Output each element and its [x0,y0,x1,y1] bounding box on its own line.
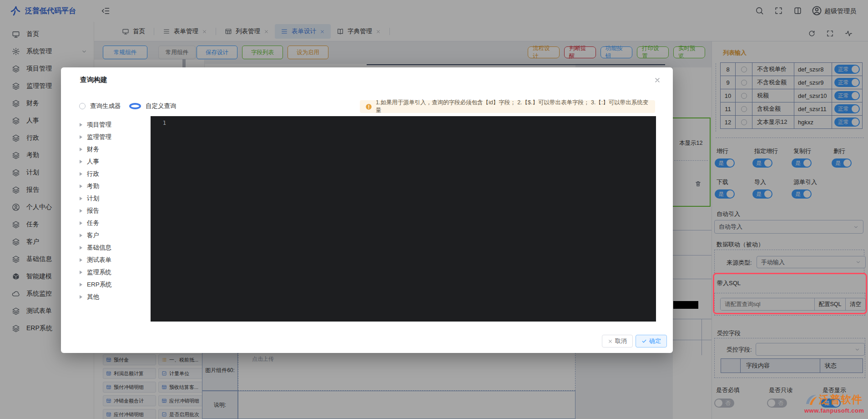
tree-node-6[interactable]: 考勤 [80,180,148,192]
caret-right-icon[interactable] [80,135,82,139]
tree-node-label: 考勤 [87,182,99,190]
caret-right-icon[interactable] [80,221,82,225]
tree-node-label: 测试表单 [87,256,111,264]
tree-node-5[interactable]: 行政 [80,168,148,180]
cancel-label: 取消 [615,337,627,345]
tree-node-11[interactable]: 基础信息 [80,241,148,254]
tree-node-14[interactable]: ERP系统 [80,278,148,291]
watermark-name: 泛普软件 [819,393,863,407]
tree-node-label: 财务 [87,145,99,153]
tree-node-label: 客户 [87,231,99,240]
tree-node-label: ERP系统 [87,281,112,289]
confirm-label: 确定 [649,337,661,345]
cancel-button[interactable]: 取消 [602,335,633,347]
modal-title: 查询构建 [80,76,107,84]
tree-node-label: 基础信息 [87,244,111,252]
tree-node-15[interactable]: 其他 [80,291,148,303]
radio-circle[interactable] [129,103,141,109]
caret-right-icon[interactable] [80,197,82,200]
tree-node-2[interactable]: 监理管理 [80,131,148,143]
tree-node-8[interactable]: 报告 [80,204,148,217]
radio-label: 查询生成器 [90,102,121,110]
watermark-logo-icon [804,393,818,407]
watermark-url: www.fanpusoft.com [804,407,864,414]
tree-node-10[interactable]: 客户 [80,229,148,241]
editor-line-number: 1 [157,120,166,126]
caret-right-icon[interactable] [80,209,82,213]
radio-query-generator[interactable]: 查询生成器 [79,102,121,110]
sql-code-editor[interactable]: 1 [151,116,656,322]
tree-node-7[interactable]: 计划 [80,192,148,204]
caret-right-icon[interactable] [80,184,82,188]
tree-node-13[interactable]: 监理系统 [80,266,148,278]
warning-text: 1.如果用于源单引入，查询的字段必须包含【id】字段； 2.【$.】可以带出表单… [376,99,650,114]
caret-right-icon[interactable] [80,234,82,237]
radio-custom-query[interactable]: 自定义查询 [129,102,177,110]
radio-circle[interactable] [79,103,86,109]
tree-node-1[interactable]: 项目管理 [80,118,148,131]
tree-node-12[interactable]: 测试表单 [80,254,148,266]
close-icon[interactable] [654,77,661,84]
tree-node-label: 人事 [87,158,99,166]
caret-right-icon[interactable] [80,172,82,176]
tree-node-3[interactable]: 财务 [80,143,148,155]
module-tree: 项目管理监理管理财务人事行政考勤计划报告任务客户基础信息测试表单监理系统ERP系… [80,118,148,303]
caret-right-icon[interactable] [80,123,82,127]
confirm-button[interactable]: 确定 [636,335,667,347]
tree-node-4[interactable]: 人事 [80,155,148,168]
warning-banner: 1.如果用于源单引入，查询的字段必须包含【id】字段； 2.【$.】可以带出表单… [360,100,655,113]
caret-right-icon[interactable] [80,283,82,286]
caret-right-icon[interactable] [80,246,82,250]
tree-node-label: 报告 [87,207,99,215]
tree-node-label: 监理管理 [87,133,111,141]
watermark: 泛普软件 www.fanpusoft.com [804,393,864,414]
tree-node-label: 行政 [87,170,99,178]
warning-icon [365,103,372,110]
close-small-icon [608,339,613,344]
tree-node-label: 计划 [87,194,99,203]
tree-node-label: 监理系统 [87,268,111,276]
tree-node-label: 其他 [87,293,99,301]
caret-right-icon[interactable] [80,160,82,164]
tree-node-label: 项目管理 [87,121,111,129]
caret-right-icon[interactable] [80,148,82,151]
caret-right-icon[interactable] [80,258,82,262]
caret-right-icon[interactable] [80,295,82,299]
query-builder-modal: 查询构建 查询生成器 自定义查询 1.如果用于源单引入，查询的字段必须包含【id… [61,67,673,353]
caret-right-icon[interactable] [80,271,82,274]
radio-label: 自定义查询 [146,102,177,110]
tree-node-9[interactable]: 任务 [80,217,148,229]
check-icon [641,338,647,344]
tree-node-label: 任务 [87,219,99,227]
